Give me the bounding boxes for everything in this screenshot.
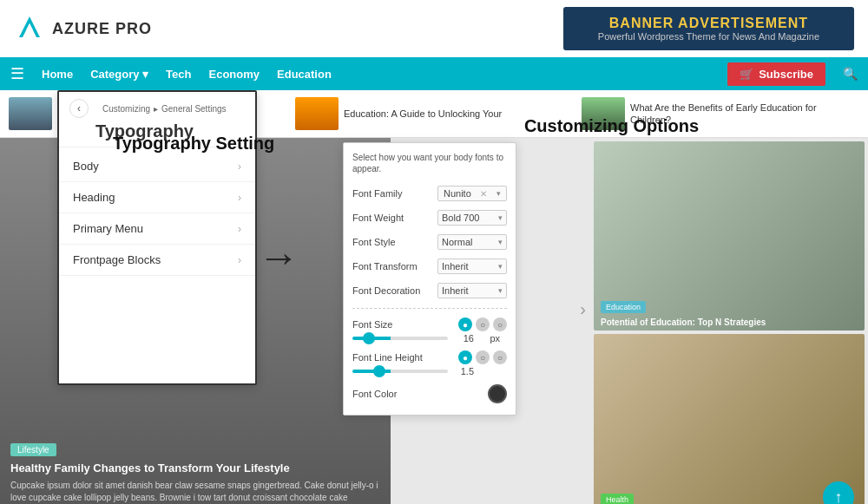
nav-item-education[interactable]: Education: [277, 68, 332, 81]
font-style-row: Font Style Normal ▾: [344, 230, 516, 254]
close-icon[interactable]: ✕: [480, 189, 487, 199]
panel-back-button[interactable]: ‹: [69, 99, 89, 118]
hero-badge: Lifestyle: [10, 443, 56, 456]
hamburger-icon[interactable]: ☰: [10, 64, 24, 83]
chevron-right-icon: ›: [238, 192, 241, 204]
font-style-label: Font Style: [352, 237, 422, 247]
font-size-btn-active[interactable]: ●: [458, 317, 472, 331]
cart-icon: 🛒: [740, 68, 753, 81]
chevron-down-icon: ▾: [498, 238, 503, 246]
font-size-btn-3[interactable]: ○: [493, 317, 507, 331]
chevron-down-icon: ▾: [498, 286, 503, 295]
font-family-value: Nunito: [444, 188, 471, 199]
font-color-row: Font Color: [344, 380, 516, 408]
panel-item-body[interactable]: Body ›: [59, 151, 255, 182]
font-color-swatch[interactable]: [488, 384, 507, 403]
big-arrow-icon: →: [258, 233, 299, 281]
card-badge-1: Education: [601, 301, 646, 313]
font-style-select[interactable]: Normal ▾: [437, 234, 507, 250]
banner-advertisement[interactable]: BANNER ADVERTISEMENT Powerful Wordpress …: [563, 7, 854, 50]
font-line-height-btn-2[interactable]: ○: [476, 350, 490, 364]
font-line-height-row: Font Line Height ● ○ ○ 1.5: [344, 347, 516, 380]
right-carousel-arrow[interactable]: ›: [580, 298, 586, 318]
font-size-btn-2[interactable]: ○: [476, 317, 490, 331]
hero-title: Healthy Family Changes to Transform Your…: [10, 461, 380, 475]
font-transform-label: Font Transform: [352, 261, 422, 272]
logo-area: AZURE PRO: [14, 13, 152, 44]
options-hint: Select how you want your body fonts to a…: [344, 152, 516, 181]
search-icon[interactable]: 🔍: [843, 67, 858, 81]
font-line-height-btn-3[interactable]: ○: [493, 350, 507, 364]
panel-item-heading[interactable]: Heading ›: [59, 182, 255, 213]
font-size-row: Font Size ● ○ ○ 16 px: [344, 314, 516, 347]
logo-text: AZURE PRO: [52, 20, 152, 38]
right-card-1: Education Potential of Education: Top N …: [594, 141, 865, 331]
chevron-down-icon: ▾: [498, 213, 503, 222]
panel-items: Body › Heading › Primary Menu › Frontpag…: [59, 147, 255, 279]
article-thumb-2: [295, 97, 339, 130]
nav-bar: ☰ Home Category ▾ Tech Economy Education…: [0, 57, 868, 90]
font-decoration-label: Font Decoration: [352, 285, 422, 296]
subscribe-button[interactable]: 🛒 Subscribe: [727, 62, 825, 86]
font-size-value: 16: [453, 333, 474, 344]
chevron-right-icon: ›: [238, 223, 241, 235]
panel-breadcrumb: Customizing ▸ General Settings: [102, 104, 227, 114]
site-header: AZURE PRO BANNER ADVERTISEMENT Powerful …: [0, 0, 868, 57]
main-content: Why Is Technology Becoming More Popular?…: [0, 90, 868, 504]
nav-item-tech[interactable]: Tech: [166, 68, 191, 81]
font-decoration-row: Font Decoration Inherit ▾: [344, 278, 516, 303]
panel-item-primary-menu[interactable]: Primary Menu ›: [59, 213, 255, 245]
options-panel: Select how you want your body fonts to a…: [343, 142, 516, 416]
chevron-right-icon: ›: [238, 254, 241, 266]
article-title-2: Education: A Guide to Unlocking Your: [344, 108, 502, 120]
font-weight-label: Font Weight: [352, 213, 422, 223]
chevron-down-icon: ▾: [498, 262, 503, 271]
font-weight-select[interactable]: Bold 700 ▾: [437, 210, 507, 226]
banner-subtitle: Powerful Wordpress Theme for News And Ma…: [598, 31, 819, 42]
card-title-1: Potential of Education: Top N Strategies: [601, 317, 858, 327]
panel-item-frontpage-blocks[interactable]: Frontpage Blocks ›: [59, 245, 255, 276]
font-color-label: Font Color: [352, 389, 422, 399]
hero-text: Cupcake ipsum dolor sit amet danish bear…: [10, 480, 380, 504]
customizing-options-label: Customizing Options: [524, 116, 699, 136]
card-badge-2: Health: [601, 494, 634, 504]
font-line-height-btn-active[interactable]: ●: [458, 350, 472, 364]
article-thumb-1: [9, 97, 52, 130]
chevron-right-icon: ›: [238, 160, 241, 173]
typography-setting-label: Typography Setting: [113, 134, 274, 154]
font-line-height-value: 1.5: [453, 366, 474, 376]
font-weight-row: Font Weight Bold 700 ▾: [344, 206, 516, 230]
right-card-2: Health: [594, 334, 865, 504]
font-family-row: Font Family Nunito ✕ ▾: [344, 181, 516, 206]
logo-icon: [14, 13, 45, 44]
font-size-label: Font Size: [352, 319, 422, 330]
nav-item-economy[interactable]: Economy: [209, 68, 260, 81]
font-line-height-slider[interactable]: [352, 370, 448, 373]
options-divider: [352, 308, 507, 309]
font-transform-row: Font Transform Inherit ▾: [344, 254, 516, 278]
nav-item-category[interactable]: Category ▾: [90, 68, 148, 81]
chevron-down-icon: ▾: [496, 189, 501, 198]
font-size-unit: px: [479, 333, 500, 344]
nav-item-home[interactable]: Home: [42, 68, 73, 81]
font-decoration-select[interactable]: Inherit ▾: [437, 283, 507, 298]
font-family-label: Font Family: [352, 188, 422, 199]
font-transform-select[interactable]: Inherit ▾: [437, 259, 507, 274]
banner-title: BANNER ADVERTISEMENT: [598, 16, 819, 31]
font-family-select[interactable]: Nunito ✕ ▾: [437, 186, 507, 201]
font-size-slider[interactable]: [352, 337, 448, 340]
right-cards: Education Potential of Education: Top N …: [590, 138, 868, 504]
font-line-height-label: Font Line Height: [352, 352, 423, 363]
